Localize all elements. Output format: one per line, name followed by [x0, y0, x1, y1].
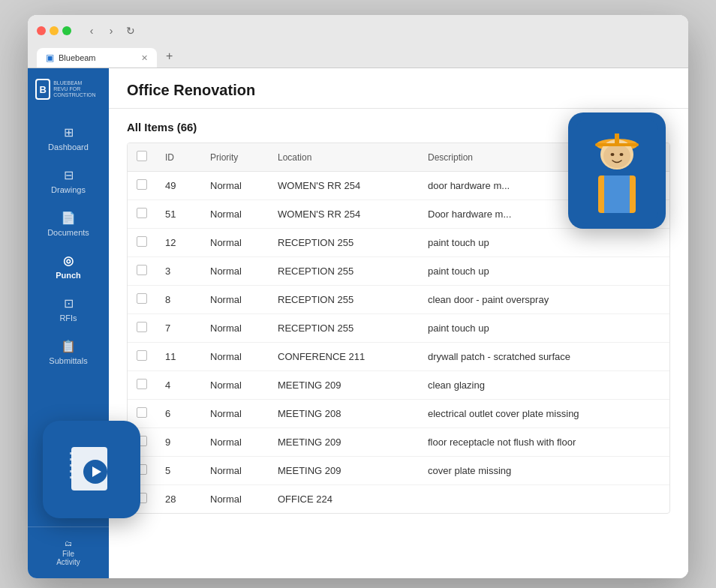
- row-location: RECEPTION 255: [269, 314, 419, 343]
- tab-label: Bluebeam: [59, 53, 96, 62]
- forward-button[interactable]: ›: [103, 22, 119, 39]
- row-description: floor receptacle not flush with floor: [419, 428, 669, 457]
- table-row[interactable]: 6 Normal MEETING 208 electrical outlet c…: [128, 400, 669, 428]
- row-location: WOMEN'S RR 254: [269, 200, 419, 229]
- row-checkbox[interactable]: [137, 208, 147, 218]
- row-location: CONFERENCE 211: [269, 343, 419, 371]
- row-description: paint touch up: [419, 229, 669, 257]
- minimize-button[interactable]: [50, 26, 59, 35]
- page-title: Office Renovation: [127, 82, 670, 99]
- logo-icon: B: [35, 79, 50, 100]
- row-description: clean door - paint overspray: [419, 286, 669, 314]
- sidebar-item-submittals[interactable]: 📋 Submittals: [32, 332, 104, 373]
- row-id: 3: [156, 257, 201, 286]
- row-id: 4: [156, 371, 201, 400]
- row-id: 5: [156, 457, 201, 485]
- row-priority: Normal: [201, 172, 269, 200]
- row-checkbox-cell[interactable]: [128, 172, 156, 200]
- table-row[interactable]: 9 Normal MEETING 209 floor receptacle no…: [128, 428, 669, 457]
- row-checkbox[interactable]: [137, 293, 147, 304]
- logo-text: BLUEBEAM REVU FOR CONSTRUCTION: [53, 80, 101, 98]
- new-tab-button[interactable]: +: [158, 45, 180, 68]
- table-row[interactable]: 12 Normal RECEPTION 255 paint touch up: [128, 229, 669, 257]
- svg-point-4: [603, 144, 630, 168]
- table-row[interactable]: 11 Normal CONFERENCE 211 drywall patch -…: [128, 343, 669, 371]
- row-priority: Normal: [201, 314, 269, 343]
- dashboard-icon: ⊞: [64, 125, 74, 140]
- row-checkbox[interactable]: [137, 265, 147, 275]
- row-priority: Normal: [201, 485, 269, 514]
- sidebar-footer: 🗂 FileActivity: [28, 526, 109, 578]
- svg-point-6: [620, 153, 624, 156]
- refresh-button[interactable]: ↻: [122, 22, 139, 39]
- sidebar-item-file-activity[interactable]: 🗂 FileActivity: [32, 535, 104, 571]
- row-description: clean glazing: [419, 371, 669, 400]
- row-checkbox-cell[interactable]: [128, 343, 156, 371]
- row-checkbox[interactable]: [137, 322, 147, 332]
- table-row[interactable]: 8 Normal RECEPTION 255 clean door - pain…: [128, 286, 669, 314]
- row-checkbox[interactable]: [137, 407, 147, 418]
- row-checkbox-cell[interactable]: [128, 314, 156, 343]
- table-row[interactable]: 7 Normal RECEPTION 255 paint touch up: [128, 314, 669, 343]
- sidebar-item-label: Dashboard: [48, 142, 89, 152]
- sidebar-item-label: RFIs: [59, 314, 77, 322]
- rfis-icon: ⊡: [64, 296, 74, 310]
- documents-icon: 📄: [61, 211, 76, 225]
- row-description: paint touch up: [419, 257, 669, 286]
- row-priority: Normal: [201, 400, 269, 428]
- close-button[interactable]: [37, 26, 46, 35]
- punch-icon: ◎: [63, 254, 74, 268]
- row-location: RECEPTION 255: [269, 229, 419, 257]
- table-row[interactable]: 4 Normal MEETING 209 clean glazing: [128, 371, 669, 400]
- row-description: paint touch up: [419, 314, 669, 343]
- sidebar-item-punch[interactable]: ◎ Punch: [32, 246, 104, 287]
- browser-tab[interactable]: ▣ Bluebeam ✕: [37, 48, 157, 68]
- select-all-checkbox[interactable]: [137, 151, 147, 161]
- row-description: drywall patch - scratched surface: [419, 343, 669, 371]
- row-checkbox-cell[interactable]: [128, 286, 156, 314]
- row-checkbox[interactable]: [137, 350, 147, 361]
- row-location: OFFICE 224: [269, 485, 419, 514]
- sidebar-item-drawings[interactable]: ⊟ Drawings: [32, 160, 104, 202]
- table-row[interactable]: 5 Normal MEETING 209 cover plate missing: [128, 457, 669, 485]
- table-row[interactable]: 3 Normal RECEPTION 255 paint touch up: [128, 257, 669, 286]
- row-location: RECEPTION 255: [269, 286, 419, 314]
- header-checkbox[interactable]: [128, 143, 156, 172]
- row-checkbox[interactable]: [137, 236, 147, 247]
- back-button[interactable]: ‹: [83, 22, 100, 39]
- svg-rect-10: [615, 134, 619, 144]
- row-checkbox-cell[interactable]: [128, 371, 156, 400]
- row-id: 28: [156, 485, 201, 514]
- header-priority: Priority: [201, 143, 269, 172]
- tab-close-button[interactable]: ✕: [141, 53, 148, 63]
- sidebar-item-documents[interactable]: 📄 Documents: [32, 203, 104, 244]
- sidebar-item-label: Submittals: [49, 356, 87, 365]
- sidebar-item-dashboard[interactable]: ⊞ Dashboard: [32, 118, 104, 159]
- svg-rect-15: [70, 470, 73, 472]
- row-checkbox-cell[interactable]: [128, 200, 156, 229]
- sidebar-item-rfis[interactable]: ⊡ RFIs: [32, 289, 104, 330]
- row-checkbox-cell[interactable]: [128, 229, 156, 257]
- row-priority: Normal: [201, 200, 269, 229]
- svg-rect-12: [70, 452, 73, 454]
- row-priority: Normal: [201, 457, 269, 485]
- submittals-icon: 📋: [61, 339, 76, 353]
- row-priority: Normal: [201, 257, 269, 286]
- drawings-icon: ⊟: [64, 168, 74, 182]
- header-id: ID: [156, 143, 201, 172]
- svg-rect-14: [70, 464, 73, 466]
- browser-chrome: ‹ › ↻ ▣ Bluebeam ✕ +: [28, 15, 688, 68]
- row-priority: Normal: [201, 428, 269, 457]
- row-location: MEETING 209: [269, 371, 419, 400]
- row-id: 9: [156, 428, 201, 457]
- maximize-button[interactable]: [62, 26, 71, 35]
- row-id: 8: [156, 286, 201, 314]
- notebook-icon: [65, 443, 118, 496]
- row-checkbox-cell[interactable]: [128, 257, 156, 286]
- sidebar-item-label: Documents: [47, 228, 89, 237]
- row-checkbox[interactable]: [137, 179, 147, 190]
- floating-worker-card: [568, 112, 666, 229]
- table-row[interactable]: 28 Normal OFFICE 224: [128, 485, 669, 514]
- row-checkbox[interactable]: [137, 379, 147, 389]
- sidebar-logo: B BLUEBEAM REVU FOR CONSTRUCTION: [28, 68, 109, 110]
